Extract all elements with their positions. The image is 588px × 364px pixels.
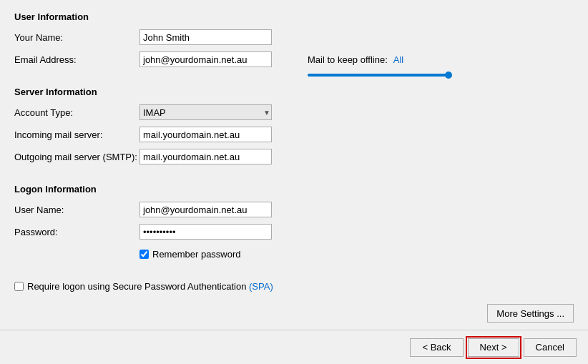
incoming-server-label: Incoming mail server: — [14, 129, 139, 140]
left-panel: User Information Your Name: Email Addres… — [14, 11, 286, 323]
slider-thumb[interactable] — [445, 72, 452, 79]
remember-password-label[interactable]: Remember password — [152, 249, 241, 260]
server-info-title: Server Information — [14, 87, 286, 97]
next-button[interactable]: Next > — [468, 338, 519, 357]
outgoing-server-label: Outgoing mail server (SMTP): — [14, 152, 139, 162]
account-type-label: Account Type: — [14, 107, 139, 118]
user-info-title: User Information — [14, 11, 286, 22]
email-label: Email Address: — [14, 54, 139, 65]
slider-track — [308, 74, 451, 77]
your-name-row: Your Name: — [14, 29, 286, 45]
mail-offline-slider-container — [308, 74, 574, 77]
spa-checkbox[interactable] — [14, 282, 24, 291]
more-settings-row: More Settings ... — [308, 297, 574, 323]
incoming-server-input[interactable] — [139, 127, 272, 142]
username-row: User Name: — [14, 202, 286, 217]
logon-info-title: Logon Information — [14, 184, 286, 195]
spa-row: Require logon using Secure Password Auth… — [14, 281, 286, 292]
remember-password-row: Remember password — [139, 249, 286, 260]
cancel-button[interactable]: Cancel — [524, 338, 577, 357]
outgoing-server-input[interactable] — [139, 149, 272, 164]
outgoing-server-row: Outgoing mail server (SMTP): — [14, 149, 286, 164]
right-panel: Mail to keep offline: All More Settings … — [286, 11, 574, 323]
password-input[interactable] — [139, 224, 272, 240]
your-name-input[interactable] — [139, 29, 272, 45]
bottom-bar: < Back Next > Cancel — [0, 330, 588, 364]
mail-offline-value: All — [393, 54, 403, 65]
mail-offline-label: Mail to keep offline: — [308, 54, 388, 65]
password-label: Password: — [14, 227, 139, 237]
mail-offline-row: Mail to keep offline: All — [308, 54, 574, 65]
back-button[interactable]: < Back — [410, 338, 463, 357]
email-input[interactable] — [139, 51, 272, 67]
account-type-row: Account Type: IMAP POP3 ▼ — [14, 104, 286, 120]
username-input[interactable] — [139, 202, 272, 217]
your-name-label: Your Name: — [14, 32, 139, 43]
more-settings-button[interactable]: More Settings ... — [487, 304, 574, 323]
slider-fill — [308, 74, 451, 77]
username-label: User Name: — [14, 205, 139, 215]
spa-link[interactable]: (SPA) — [249, 281, 273, 292]
remember-password-checkbox[interactable] — [139, 250, 149, 259]
account-type-select-wrapper: IMAP POP3 ▼ — [139, 104, 272, 120]
spa-label[interactable]: Require logon using Secure Password Auth… — [27, 281, 273, 292]
incoming-server-row: Incoming mail server: — [14, 127, 286, 142]
password-row: Password: — [14, 224, 286, 240]
account-type-select[interactable]: IMAP POP3 — [139, 104, 272, 120]
email-row: Email Address: — [14, 51, 286, 67]
